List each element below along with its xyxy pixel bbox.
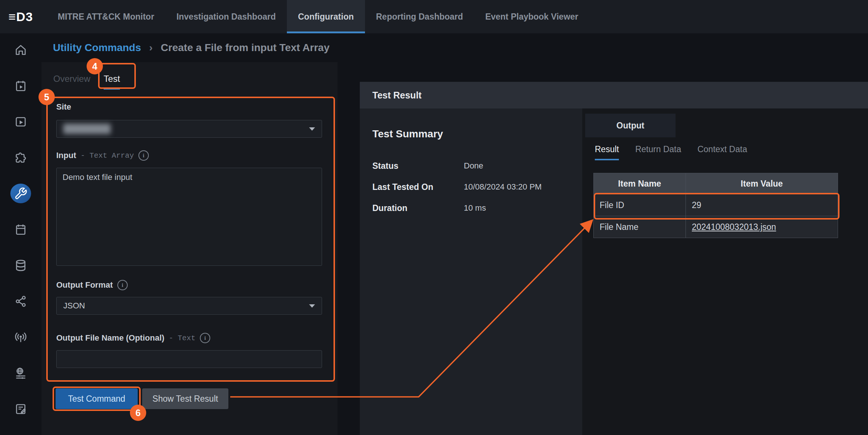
topnav-item-investigation-dashboard[interactable]: Investigation Dashboard	[165, 0, 287, 33]
test-result-header: Test Result	[360, 82, 868, 108]
home-icon	[14, 43, 27, 57]
redacted-site-value	[63, 124, 111, 134]
tab-test[interactable]: Test	[104, 73, 120, 90]
sidebar-item-home[interactable]	[10, 40, 31, 60]
database-icon	[14, 259, 27, 272]
test-result-panel: Test Result Test Summary Status Done Las…	[360, 82, 868, 435]
d3-logo[interactable]: ≡D3	[0, 0, 41, 33]
sidebar-item-playbook[interactable]	[10, 112, 31, 131]
icon-sidebar	[0, 40, 41, 435]
summary-value: Done	[464, 161, 483, 171]
globe-settings-icon	[14, 367, 27, 380]
item-name-cell: File ID	[594, 194, 686, 216]
item-value-cell: 29	[686, 194, 838, 216]
calendar-icon	[14, 223, 27, 236]
col-header-item-value: Item Value	[686, 173, 838, 194]
item-value-cell: 20241008032013.json	[686, 216, 838, 238]
breadcrumb-parent-link[interactable]: Utility Commands	[53, 42, 141, 54]
item-name-cell: File Name	[594, 216, 686, 238]
tab-output[interactable]: Output	[585, 114, 676, 137]
output-format-label: Output Format	[56, 280, 113, 290]
output-subtabs: Result Return Data Context Data	[595, 144, 747, 160]
site-select[interactable]	[56, 120, 322, 138]
summary-value: 10/08/2024 03:20 PM	[464, 182, 542, 192]
result-table: Item Name Item Value File ID 29 File Nam…	[593, 173, 838, 238]
input-field-label-row: Input - Text Array i	[56, 150, 149, 161]
show-test-result-button[interactable]: Show Test Result	[142, 388, 228, 409]
test-result-title: Test Result	[372, 90, 422, 101]
info-icon[interactable]: i	[200, 333, 210, 343]
page-title: Create a File from input Text Array	[161, 42, 329, 54]
incident-schedule-icon	[14, 79, 27, 93]
topnav-item-configuration[interactable]: Configuration	[287, 0, 365, 33]
integrations-puzzle-icon	[14, 151, 27, 164]
breadcrumb-separator-icon: ›	[149, 42, 153, 54]
output-format-value: JSON	[63, 301, 85, 311]
test-summary-rows: Status Done Last Tested On 10/08/2024 03…	[372, 160, 572, 214]
info-icon[interactable]: i	[117, 280, 128, 290]
command-panel-buttons: Test Command Show Test Result	[56, 388, 228, 409]
summary-row-duration: Duration 10 ms	[372, 202, 572, 214]
topnav-item-event-playbook-viewer[interactable]: Event Playbook Viewer	[474, 0, 589, 33]
command-test-panel: Overview Test Site Input - Text Array i …	[41, 62, 338, 435]
summary-label: Last Tested On	[372, 182, 464, 192]
subtab-context-data[interactable]: Context Data	[697, 144, 747, 160]
table-row-file-name: File Name 20241008032013.json	[594, 216, 838, 238]
output-file-name-label: Output File Name (Optional)	[56, 333, 164, 343]
command-panel-tabs: Overview Test	[53, 73, 120, 90]
app-root: ≡D3 MITRE ATT&CK Monitor Investigation D…	[0, 0, 868, 435]
subtab-return-data[interactable]: Return Data	[635, 144, 681, 160]
sidebar-item-utility-commands[interactable]	[10, 184, 31, 203]
top-nav-menu: MITRE ATT&CK Monitor Investigation Dashb…	[47, 0, 589, 33]
tab-overview[interactable]: Overview	[53, 73, 90, 90]
table-row-file-id: File ID 29	[594, 194, 838, 216]
topnav-item-mitre-attck-monitor[interactable]: MITRE ATT&CK Monitor	[47, 0, 165, 33]
breadcrumb: Utility Commands › Create a File from in…	[0, 33, 868, 62]
playbook-player-icon	[14, 115, 27, 128]
sidebar-item-integrations[interactable]	[10, 148, 31, 167]
sidebar-item-share[interactable]	[10, 291, 31, 311]
col-header-item-name: Item Name	[594, 173, 686, 194]
input-label: Input	[56, 151, 76, 160]
table-header-row: Item Name Item Value	[594, 173, 838, 194]
test-summary-heading: Test Summary	[372, 128, 572, 140]
output-file-name-input[interactable]	[56, 350, 322, 368]
sidebar-item-data[interactable]	[10, 255, 31, 275]
sidebar-item-calendar[interactable]	[10, 220, 31, 239]
chevron-down-icon	[309, 127, 315, 131]
sidebar-item-geolocation[interactable]	[10, 363, 31, 383]
summary-label: Status	[372, 161, 464, 171]
site-field-label-row: Site	[56, 102, 71, 112]
topnav-item-reporting-dashboard[interactable]: Reporting Dashboard	[365, 0, 474, 33]
subtab-result[interactable]: Result	[595, 144, 619, 160]
output-file-name-type-hint: - Text	[169, 334, 195, 342]
summary-label: Duration	[372, 203, 464, 213]
broadcast-icon	[14, 331, 27, 344]
output-file-name-label-row: Output File Name (Optional) - Text i	[56, 333, 210, 343]
sidebar-item-incident-schedule[interactable]	[10, 76, 31, 96]
share-nodes-icon	[14, 295, 27, 308]
sidebar-item-audit-log[interactable]	[10, 399, 31, 419]
output-pane: Output Result Return Data Context Data I…	[582, 108, 868, 435]
file-name-link[interactable]: 20241008032013.json	[692, 222, 776, 232]
input-textarea[interactable]: Demo text file input	[56, 168, 322, 266]
test-summary: Test Summary Status Done Last Tested On …	[372, 128, 572, 223]
summary-value: 10 ms	[464, 203, 486, 213]
top-navigation: ≡D3 MITRE ATT&CK Monitor Investigation D…	[0, 0, 868, 33]
chevron-down-icon	[309, 304, 315, 308]
audit-log-icon	[14, 402, 27, 416]
summary-row-last-tested-on: Last Tested On 10/08/2024 03:20 PM	[372, 181, 572, 193]
utility-wrench-icon	[14, 187, 27, 200]
output-format-label-row: Output Format i	[56, 280, 128, 290]
output-format-select[interactable]: JSON	[56, 297, 322, 315]
summary-row-status: Status Done	[372, 160, 572, 172]
test-command-button[interactable]: Test Command	[56, 388, 138, 409]
input-type-hint: - Text Array	[81, 151, 134, 160]
sidebar-item-broadcast[interactable]	[10, 327, 31, 347]
site-label: Site	[56, 102, 71, 112]
info-icon[interactable]: i	[138, 150, 149, 161]
